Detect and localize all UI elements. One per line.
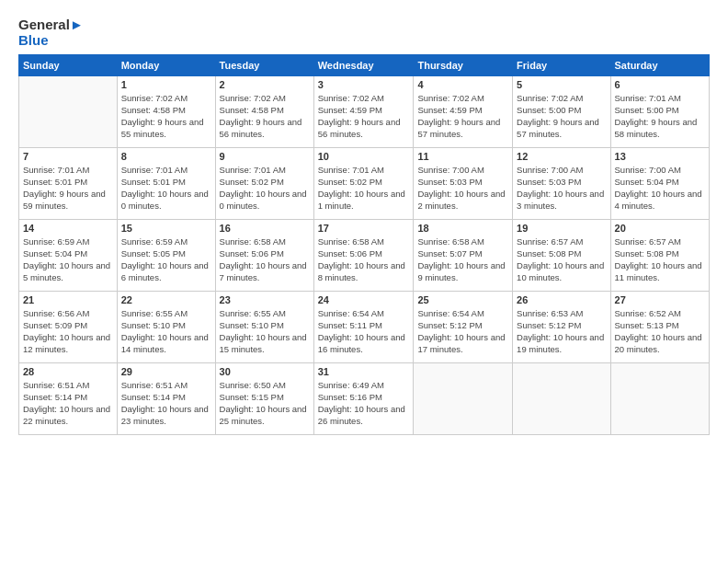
day-info: Sunrise: 7:01 AM Sunset: 5:02 PM Dayligh… [318, 164, 410, 213]
day-number: 21 [23, 294, 113, 305]
day-number: 24 [318, 294, 410, 305]
table-cell: 20 Sunrise: 6:57 AM Sunset: 5:08 PM Dayl… [610, 219, 709, 291]
day-number: 11 [417, 151, 508, 162]
table-cell [513, 362, 610, 434]
day-info: Sunrise: 6:49 AM Sunset: 5:16 PM Dayligh… [318, 379, 410, 428]
day-info: Sunrise: 6:53 AM Sunset: 5:12 PM Dayligh… [517, 307, 606, 356]
day-info: Sunrise: 6:58 AM Sunset: 5:07 PM Dayligh… [417, 236, 508, 284]
header-monday: Monday [117, 54, 215, 75]
header-sunday: Sunday [19, 54, 118, 75]
table-cell: 25 Sunrise: 6:54 AM Sunset: 5:12 PM Dayl… [414, 291, 513, 362]
week-row-1: 1 Sunrise: 7:02 AM Sunset: 4:58 PM Dayli… [19, 75, 710, 147]
table-cell: 18 Sunrise: 6:58 AM Sunset: 5:07 PM Dayl… [414, 219, 513, 291]
day-info: Sunrise: 6:55 AM Sunset: 5:10 PM Dayligh… [220, 307, 310, 356]
day-number: 27 [615, 294, 705, 305]
day-info: Sunrise: 6:57 AM Sunset: 5:08 PM Dayligh… [615, 236, 705, 284]
day-info: Sunrise: 7:00 AM Sunset: 5:03 PM Dayligh… [517, 164, 606, 213]
day-number: 4 [417, 79, 508, 90]
day-number: 16 [220, 223, 310, 234]
header-saturday: Saturday [610, 54, 709, 75]
week-row-2: 7 Sunrise: 7:01 AM Sunset: 5:01 PM Dayli… [19, 147, 710, 219]
day-number: 1 [121, 79, 211, 90]
day-info: Sunrise: 7:01 AM Sunset: 5:01 PM Dayligh… [23, 164, 113, 213]
day-info: Sunrise: 6:59 AM Sunset: 5:05 PM Dayligh… [121, 236, 211, 284]
day-info: Sunrise: 6:59 AM Sunset: 5:04 PM Dayligh… [23, 236, 113, 284]
calendar-table: SundayMondayTuesdayWednesdayThursdayFrid… [18, 54, 710, 435]
day-number: 17 [318, 223, 410, 234]
day-info: Sunrise: 6:58 AM Sunset: 5:06 PM Dayligh… [220, 236, 310, 284]
table-cell: 14 Sunrise: 6:59 AM Sunset: 5:04 PM Dayl… [19, 219, 118, 291]
table-cell: 7 Sunrise: 7:01 AM Sunset: 5:01 PM Dayli… [19, 147, 118, 219]
day-info: Sunrise: 6:57 AM Sunset: 5:08 PM Dayligh… [517, 236, 606, 284]
table-cell: 17 Sunrise: 6:58 AM Sunset: 5:06 PM Dayl… [313, 219, 414, 291]
week-row-3: 14 Sunrise: 6:59 AM Sunset: 5:04 PM Dayl… [19, 219, 710, 291]
day-number: 8 [121, 151, 211, 162]
table-cell [19, 75, 118, 147]
table-cell: 27 Sunrise: 6:52 AM Sunset: 5:13 PM Dayl… [610, 291, 709, 362]
logo-text: General► Blue [18, 17, 84, 49]
table-cell: 2 Sunrise: 7:02 AM Sunset: 4:58 PM Dayli… [215, 75, 313, 147]
day-info: Sunrise: 6:55 AM Sunset: 5:10 PM Dayligh… [121, 307, 211, 356]
day-number: 9 [220, 151, 310, 162]
table-cell: 12 Sunrise: 7:00 AM Sunset: 5:03 PM Dayl… [513, 147, 610, 219]
day-number: 14 [23, 223, 113, 234]
table-cell: 21 Sunrise: 6:56 AM Sunset: 5:09 PM Dayl… [19, 291, 118, 362]
day-info: Sunrise: 6:52 AM Sunset: 5:13 PM Dayligh… [615, 307, 705, 356]
day-number: 13 [615, 151, 705, 162]
day-number: 23 [220, 294, 310, 305]
header-tuesday: Tuesday [215, 54, 313, 75]
day-number: 6 [615, 79, 705, 90]
day-number: 10 [318, 151, 410, 162]
day-number: 28 [23, 366, 113, 377]
day-number: 26 [517, 294, 606, 305]
table-cell: 15 Sunrise: 6:59 AM Sunset: 5:05 PM Dayl… [117, 219, 215, 291]
day-info: Sunrise: 6:58 AM Sunset: 5:06 PM Dayligh… [318, 236, 410, 284]
table-cell: 13 Sunrise: 7:00 AM Sunset: 5:04 PM Dayl… [610, 147, 709, 219]
table-cell: 31 Sunrise: 6:49 AM Sunset: 5:16 PM Dayl… [313, 362, 414, 434]
day-info: Sunrise: 7:02 AM Sunset: 4:59 PM Dayligh… [318, 92, 410, 141]
day-info: Sunrise: 7:02 AM Sunset: 5:00 PM Dayligh… [517, 92, 606, 141]
week-row-5: 28 Sunrise: 6:51 AM Sunset: 5:14 PM Dayl… [19, 362, 710, 434]
table-cell: 4 Sunrise: 7:02 AM Sunset: 4:59 PM Dayli… [414, 75, 513, 147]
day-info: Sunrise: 7:02 AM Sunset: 4:59 PM Dayligh… [417, 92, 508, 141]
day-number: 15 [121, 223, 211, 234]
table-cell: 26 Sunrise: 6:53 AM Sunset: 5:12 PM Dayl… [513, 291, 610, 362]
header-wednesday: Wednesday [313, 54, 414, 75]
day-info: Sunrise: 7:01 AM Sunset: 5:02 PM Dayligh… [220, 164, 310, 213]
day-number: 2 [220, 79, 310, 90]
day-info: Sunrise: 6:54 AM Sunset: 5:11 PM Dayligh… [318, 307, 410, 356]
day-number: 20 [615, 223, 705, 234]
calendar-header-row: SundayMondayTuesdayWednesdayThursdayFrid… [19, 54, 710, 75]
table-cell: 3 Sunrise: 7:02 AM Sunset: 4:59 PM Dayli… [313, 75, 414, 147]
header-friday: Friday [513, 54, 610, 75]
table-cell [414, 362, 513, 434]
day-number: 25 [417, 294, 508, 305]
page: General► Blue SundayMondayTuesdayWednesd… [0, 0, 728, 446]
day-number: 30 [220, 366, 310, 377]
table-cell: 11 Sunrise: 7:00 AM Sunset: 5:03 PM Dayl… [414, 147, 513, 219]
day-info: Sunrise: 6:56 AM Sunset: 5:09 PM Dayligh… [23, 307, 113, 356]
table-cell: 23 Sunrise: 6:55 AM Sunset: 5:10 PM Dayl… [215, 291, 313, 362]
table-cell [610, 362, 709, 434]
table-cell: 24 Sunrise: 6:54 AM Sunset: 5:11 PM Dayl… [313, 291, 414, 362]
table-cell: 30 Sunrise: 6:50 AM Sunset: 5:15 PM Dayl… [215, 362, 313, 434]
day-info: Sunrise: 7:01 AM Sunset: 5:00 PM Dayligh… [615, 92, 705, 141]
table-cell: 1 Sunrise: 7:02 AM Sunset: 4:58 PM Dayli… [117, 75, 215, 147]
table-cell: 19 Sunrise: 6:57 AM Sunset: 5:08 PM Dayl… [513, 219, 610, 291]
day-number: 7 [23, 151, 113, 162]
logo: General► Blue [18, 17, 84, 49]
day-info: Sunrise: 6:51 AM Sunset: 5:14 PM Dayligh… [121, 379, 211, 428]
calendar-body: 1 Sunrise: 7:02 AM Sunset: 4:58 PM Dayli… [19, 75, 710, 434]
day-number: 19 [517, 223, 606, 234]
table-cell: 16 Sunrise: 6:58 AM Sunset: 5:06 PM Dayl… [215, 219, 313, 291]
table-cell: 29 Sunrise: 6:51 AM Sunset: 5:14 PM Dayl… [117, 362, 215, 434]
header: General► Blue [18, 17, 710, 49]
day-info: Sunrise: 7:00 AM Sunset: 5:03 PM Dayligh… [417, 164, 508, 213]
table-cell: 22 Sunrise: 6:55 AM Sunset: 5:10 PM Dayl… [117, 291, 215, 362]
day-info: Sunrise: 7:01 AM Sunset: 5:01 PM Dayligh… [121, 164, 211, 213]
header-thursday: Thursday [414, 54, 513, 75]
day-info: Sunrise: 7:02 AM Sunset: 4:58 PM Dayligh… [220, 92, 310, 141]
day-number: 29 [121, 366, 211, 377]
day-info: Sunrise: 6:51 AM Sunset: 5:14 PM Dayligh… [23, 379, 113, 428]
table-cell: 10 Sunrise: 7:01 AM Sunset: 5:02 PM Dayl… [313, 147, 414, 219]
